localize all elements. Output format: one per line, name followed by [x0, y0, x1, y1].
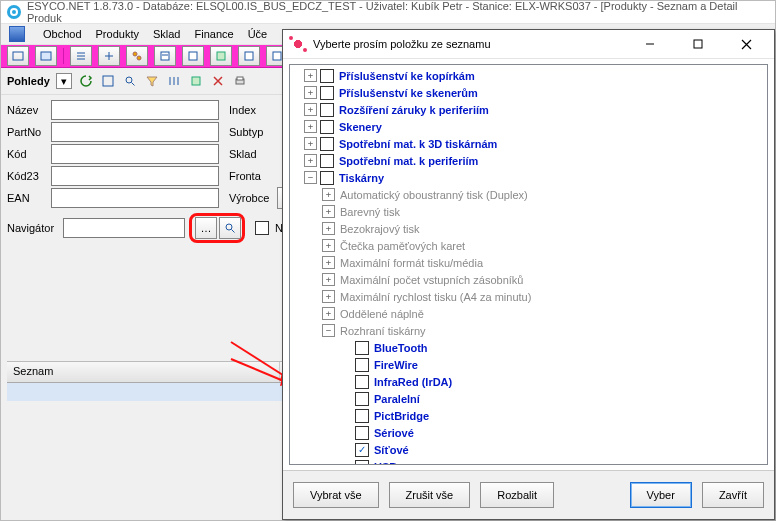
- tree-label[interactable]: InfraRed (IrDA): [372, 376, 454, 388]
- tree-label[interactable]: BlueTooth: [372, 342, 430, 354]
- tree-label[interactable]: Síťové: [372, 444, 411, 456]
- tree-row[interactable]: +Bezokrajový tisk: [290, 220, 767, 237]
- tree-checkbox[interactable]: [355, 392, 369, 406]
- tree-checkbox[interactable]: [355, 409, 369, 423]
- menu-sklad[interactable]: Sklad: [153, 28, 181, 40]
- partno-input[interactable]: [51, 122, 219, 142]
- views-icon-detail[interactable]: [100, 73, 116, 89]
- mdi-child-icon[interactable]: [9, 26, 25, 42]
- dialog-titlebar[interactable]: Vyberte prosím položku ze seznamu: [283, 30, 774, 59]
- tree-checkbox[interactable]: [320, 171, 334, 185]
- tree-checkbox[interactable]: [320, 120, 334, 134]
- tree-expander[interactable]: +: [304, 86, 317, 99]
- toolbar-btn-8[interactable]: [210, 46, 232, 66]
- tree-checkbox[interactable]: [355, 358, 369, 372]
- tree-expander[interactable]: +: [304, 69, 317, 82]
- tree-row[interactable]: −Rozhraní tiskárny: [290, 322, 767, 339]
- tree-label[interactable]: Paralelní: [372, 393, 422, 405]
- menu-produkty[interactable]: Produkty: [96, 28, 139, 40]
- menu-obchod[interactable]: Obchod: [43, 28, 82, 40]
- list-header-col-seznam[interactable]: Seznam: [7, 362, 280, 382]
- tree-expander[interactable]: +: [304, 137, 317, 150]
- tree-expander[interactable]: +: [322, 290, 335, 303]
- maximize-button[interactable]: [678, 30, 718, 58]
- choose-button[interactable]: Vyber: [630, 482, 692, 508]
- views-icon-export[interactable]: [188, 73, 204, 89]
- tree-row[interactable]: ✓Síťové: [290, 441, 767, 458]
- tree-expander[interactable]: +: [322, 256, 335, 269]
- tree-checkbox[interactable]: [320, 86, 334, 100]
- tree-label[interactable]: Rozšíření záruky k periferiím: [337, 104, 491, 116]
- close-dialog-button[interactable]: Zavřít: [702, 482, 764, 508]
- tree-row[interactable]: Paralelní: [290, 390, 767, 407]
- tree-row[interactable]: +Maximální rychlost tisku (A4 za minutu): [290, 288, 767, 305]
- expand-button[interactable]: Rozbalit: [480, 482, 554, 508]
- kod-input[interactable]: [51, 144, 219, 164]
- tree-expander[interactable]: +: [322, 205, 335, 218]
- tree-checkbox[interactable]: [320, 137, 334, 151]
- tree-row[interactable]: −Tiskárny: [290, 169, 767, 186]
- toolbar-btn-7[interactable]: [182, 46, 204, 66]
- tree-checkbox[interactable]: [320, 69, 334, 83]
- tree-row[interactable]: +Čtečka paměťových karet: [290, 237, 767, 254]
- tree-row[interactable]: +Příslušenství ke kopírkám: [290, 67, 767, 84]
- tree-label[interactable]: Příslušenství ke kopírkám: [337, 70, 477, 82]
- tree-label[interactable]: Sériové: [372, 427, 416, 439]
- tree-expander[interactable]: −: [304, 171, 317, 184]
- tree-label[interactable]: Maximální rychlost tisku (A4 za minutu): [338, 291, 533, 303]
- category-tree[interactable]: +Příslušenství ke kopírkám+Příslušenství…: [289, 64, 768, 465]
- views-icon-columns[interactable]: [166, 73, 182, 89]
- tree-checkbox[interactable]: ✓: [355, 443, 369, 457]
- tree-label[interactable]: Skenery: [337, 121, 384, 133]
- tree-row[interactable]: +Skenery: [290, 118, 767, 135]
- toolbar-btn-3[interactable]: [70, 46, 92, 66]
- tree-label[interactable]: Tiskárny: [337, 172, 386, 184]
- tree-checkbox[interactable]: [355, 426, 369, 440]
- tree-expander[interactable]: +: [322, 307, 335, 320]
- menu-uce[interactable]: Úče: [248, 28, 268, 40]
- neza-checkbox[interactable]: [255, 221, 269, 235]
- menu-finance[interactable]: Finance: [194, 28, 233, 40]
- tree-label[interactable]: Spotřební mat. k periferiím: [337, 155, 480, 167]
- tree-checkbox[interactable]: [355, 375, 369, 389]
- tree-expander[interactable]: +: [322, 188, 335, 201]
- tree-label[interactable]: Maximální počet vstupních zásobníků: [338, 274, 525, 286]
- toolbar-btn-5[interactable]: [126, 46, 148, 66]
- toolbar-btn-6[interactable]: [154, 46, 176, 66]
- tree-row[interactable]: +Spotřební mat. k 3D tiskárnám: [290, 135, 767, 152]
- views-icon-filter[interactable]: [144, 73, 160, 89]
- tree-label[interactable]: FireWire: [372, 359, 420, 371]
- close-button[interactable]: [726, 30, 766, 58]
- tree-expander[interactable]: +: [304, 103, 317, 116]
- navigator-ellipsis-button[interactable]: …: [195, 217, 217, 239]
- tree-expander[interactable]: +: [304, 120, 317, 133]
- views-icon-find[interactable]: [122, 73, 138, 89]
- kod23-input[interactable]: [51, 166, 219, 186]
- tree-expander[interactable]: +: [322, 273, 335, 286]
- navigator-search-button[interactable]: [219, 217, 241, 239]
- tree-label[interactable]: Barevný tisk: [338, 206, 402, 218]
- ean-input[interactable]: [51, 188, 219, 208]
- tree-row[interactable]: +Automatický oboustranný tisk (Duplex): [290, 186, 767, 203]
- tree-row[interactable]: +Oddělené náplně: [290, 305, 767, 322]
- tree-expander[interactable]: −: [322, 324, 335, 337]
- tree-label[interactable]: Bezokrajový tisk: [338, 223, 421, 235]
- tree-row[interactable]: +Maximální počet vstupních zásobníků: [290, 271, 767, 288]
- tree-label[interactable]: Oddělené náplně: [338, 308, 426, 320]
- tree-label[interactable]: Automatický oboustranný tisk (Duplex): [338, 189, 530, 201]
- tree-row[interactable]: +Rozšíření záruky k periferiím: [290, 101, 767, 118]
- tree-row[interactable]: Sériové: [290, 424, 767, 441]
- tree-row[interactable]: BlueTooth: [290, 339, 767, 356]
- tree-label[interactable]: PictBridge: [372, 410, 431, 422]
- nazev-input[interactable]: [51, 100, 219, 120]
- tree-row[interactable]: USB: [290, 458, 767, 465]
- tree-row[interactable]: FireWire: [290, 356, 767, 373]
- toolbar-btn-2[interactable]: [35, 46, 57, 66]
- views-icon-refresh[interactable]: [78, 73, 94, 89]
- toolbar-btn-1[interactable]: [7, 46, 29, 66]
- minimize-button[interactable]: [630, 30, 670, 58]
- views-icon-delete[interactable]: [210, 73, 226, 89]
- navigator-input[interactable]: [63, 218, 185, 238]
- toolbar-btn-9[interactable]: [238, 46, 260, 66]
- tree-row[interactable]: +Příslušenství ke skenerům: [290, 84, 767, 101]
